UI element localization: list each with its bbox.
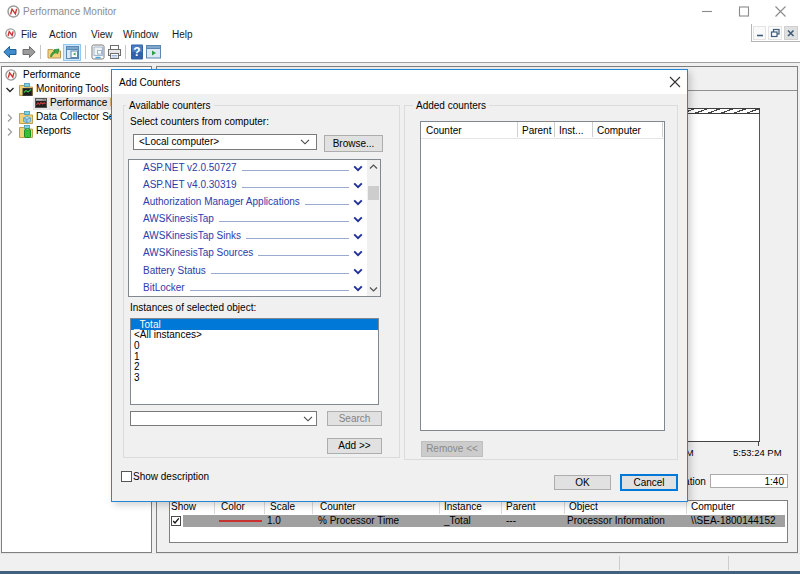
svg-text:?: ? — [133, 45, 140, 59]
